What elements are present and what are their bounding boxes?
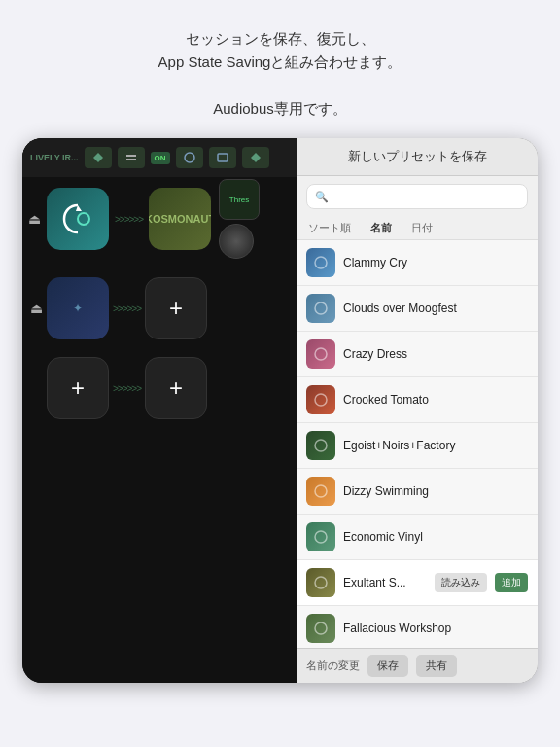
save-button[interactable]: 保存 xyxy=(368,655,408,677)
preset-item[interactable]: Clouds over Moogfest xyxy=(297,286,538,332)
arrows-1: >>>>>> xyxy=(115,214,143,225)
preset-item[interactable]: Egoist+Noirs+Factory xyxy=(297,423,538,469)
daw-header: LIVELY IR... ON xyxy=(22,138,324,177)
svg-text:✦: ✦ xyxy=(73,302,83,315)
preset-thumb xyxy=(306,477,335,506)
load-button[interactable]: 読み込み xyxy=(435,573,487,592)
svg-point-11 xyxy=(315,485,327,497)
preset-name: Fallacious Workshop xyxy=(343,622,528,635)
search-input[interactable] xyxy=(333,190,519,203)
preset-name: Clammy Cry xyxy=(343,256,528,269)
knob-1[interactable] xyxy=(219,224,254,259)
preset-thumb xyxy=(306,614,335,643)
sort-name[interactable]: 名前 xyxy=(370,221,392,235)
preset-thumb xyxy=(306,294,335,323)
svg-point-14 xyxy=(315,622,327,634)
search-bar[interactable]: 🔍 xyxy=(306,184,528,209)
svg-point-8 xyxy=(315,348,327,360)
svg-point-7 xyxy=(315,302,327,314)
preset-thumb xyxy=(306,248,335,277)
sort-bar: ソート順 名前 日付 xyxy=(297,217,538,240)
svg-rect-3 xyxy=(218,154,228,161)
svg-rect-1 xyxy=(126,159,136,160)
sort-label: ソート順 xyxy=(308,221,351,235)
arrows-3: >>>>>> xyxy=(113,383,141,394)
preset-list: Clammy CryClouds over MoogfestCrazy Dres… xyxy=(297,240,538,648)
preset-thumb xyxy=(306,385,335,414)
device-frame: LIVELY IR... ON ⏏ xyxy=(22,138,538,683)
app-slot-plus-2[interactable]: + xyxy=(47,357,109,419)
preset-name: Economic Vinyl xyxy=(343,530,528,544)
daw-rows: ⏏ >>>>>> KOSMONAUT Thres ⏏ ⏏ xyxy=(22,177,324,427)
daw-row-1: ⏏ >>>>>> KOSMONAUT Thres xyxy=(28,185,318,253)
threshold-box[interactable]: Thres xyxy=(219,179,260,220)
preset-name: Crooked Tomato xyxy=(343,393,528,407)
eject-icon-3: ⏏ xyxy=(30,301,43,316)
svg-point-12 xyxy=(315,531,327,543)
intro-line2: App State Savingと組み合わせます。 xyxy=(39,51,521,74)
svg-point-6 xyxy=(315,257,327,268)
preset-thumb xyxy=(306,339,335,369)
plus-icon-2: + xyxy=(71,374,85,402)
preset-name: Exultant S... xyxy=(343,576,427,589)
intro-line1: セッションを保存、復元し、 xyxy=(39,27,521,51)
add-button[interactable]: 追加 xyxy=(495,573,528,592)
svg-point-13 xyxy=(315,577,327,588)
svg-point-10 xyxy=(315,440,327,451)
intro-line3: Audiobus専用です。 xyxy=(39,97,521,121)
app-slot-plus-1[interactable]: + xyxy=(145,277,207,339)
preset-item[interactable]: Crooked Tomato xyxy=(297,377,538,423)
preset-panel: 新しいプリセットを保存 🔍 ソート順 名前 日付 Clammy CryCloud… xyxy=(297,138,538,683)
preset-item[interactable]: Fallacious Workshop xyxy=(297,606,538,648)
preset-thumb xyxy=(306,568,335,597)
nav-icon-2[interactable] xyxy=(118,147,145,168)
preset-panel-header: 新しいプリセットを保存 xyxy=(297,138,538,176)
nav-icon-1[interactable] xyxy=(85,147,112,168)
rename-label: 名前の変更 xyxy=(306,658,360,673)
nav-icon-5[interactable] xyxy=(242,147,269,168)
svg-point-9 xyxy=(315,394,327,406)
preset-item[interactable]: Dizzy Swimming xyxy=(297,469,538,515)
daw-label: LIVELY IR... xyxy=(30,153,79,162)
preset-name: Clouds over Moogfest xyxy=(343,302,528,315)
app-slot-dark-blue[interactable]: ✦ xyxy=(47,277,109,339)
preset-thumb xyxy=(306,431,335,460)
app-slot-teal[interactable] xyxy=(47,188,109,250)
plus-icon-1: + xyxy=(169,295,183,322)
share-button[interactable]: 共有 xyxy=(416,655,457,677)
svg-point-2 xyxy=(185,153,194,162)
svg-rect-0 xyxy=(126,155,136,157)
svg-point-4 xyxy=(78,213,89,225)
search-icon: 🔍 xyxy=(315,191,329,203)
preset-name: Egoist+Noirs+Factory xyxy=(343,439,528,452)
daw-canvas: LIVELY IR... ON ⏏ xyxy=(22,138,324,683)
app-slot-plus-3[interactable]: + xyxy=(145,357,207,419)
arrows-2: >>>>>> xyxy=(113,303,141,314)
preset-thumb xyxy=(306,522,335,551)
preset-item[interactable]: Exultant S...読み込み追加 xyxy=(297,560,538,606)
preset-name: Crazy Dress xyxy=(343,347,528,361)
preset-name: Dizzy Swimming xyxy=(343,484,528,498)
plus-icon-3: + xyxy=(169,374,183,402)
eject-icon-1: ⏏ xyxy=(28,211,41,227)
bottom-bar: 名前の変更 保存 共有 xyxy=(297,648,538,683)
sort-date[interactable]: 日付 xyxy=(411,221,433,235)
intro-text: セッションを保存、復元し、 App State Savingと組み合わせます。 … xyxy=(0,0,560,138)
app-slot-olive[interactable]: KOSMONAUT xyxy=(149,188,211,250)
preset-item[interactable]: Crazy Dress xyxy=(297,332,538,377)
preset-item[interactable]: Economic Vinyl xyxy=(297,515,538,560)
nav-icon-4[interactable] xyxy=(209,147,236,168)
nav-icon-3[interactable] xyxy=(176,147,203,168)
preset-item[interactable]: Clammy Cry xyxy=(297,240,538,286)
on-badge: ON xyxy=(151,152,170,164)
